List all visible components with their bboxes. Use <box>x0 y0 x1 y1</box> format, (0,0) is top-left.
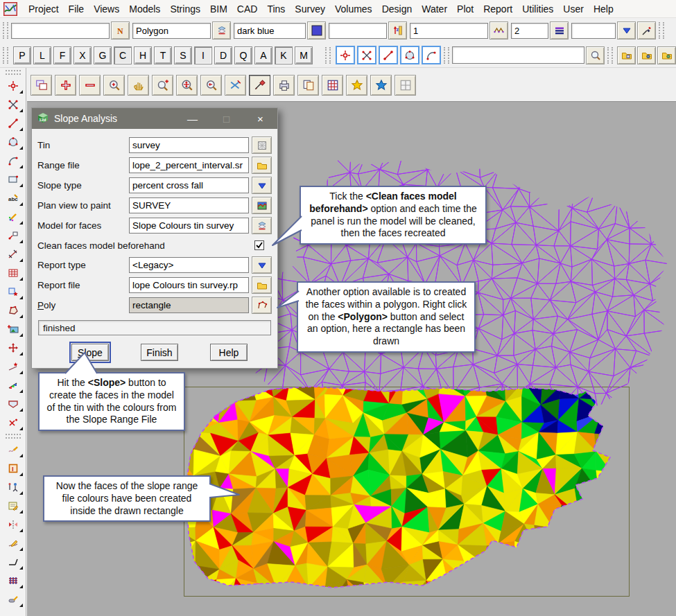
help-button[interactable]: Help <box>210 344 248 361</box>
railway-tool-button[interactable] <box>3 571 24 590</box>
erase-tool-button[interactable] <box>3 413 24 432</box>
text-tool-button[interactable]: abc <box>3 188 24 207</box>
clean-faces-checkbox[interactable] <box>254 240 264 250</box>
toolbar-grip[interactable] <box>3 22 8 39</box>
rectangle-tool-button[interactable] <box>3 170 24 188</box>
slope-type-input[interactable] <box>129 177 249 193</box>
function-key-k[interactable]: K <box>275 46 293 64</box>
table-tool-button[interactable] <box>3 263 24 282</box>
report-type-choice-button[interactable] <box>252 256 272 274</box>
menu-item-tins[interactable]: Tins <box>262 3 290 15</box>
function-key-i[interactable]: I <box>194 46 212 64</box>
sketch-tool-button[interactable] <box>3 207 24 226</box>
cross-tool-button[interactable] <box>3 95 24 114</box>
height-input[interactable] <box>329 23 387 39</box>
image-tool-button[interactable] <box>3 319 24 338</box>
folder-cube-button[interactable] <box>617 46 636 64</box>
string-type-input[interactable] <box>132 23 211 39</box>
menu-item-project[interactable]: Project <box>24 3 64 15</box>
menu-item-volumes[interactable]: Volumes <box>330 3 377 15</box>
menu-item-views[interactable]: Views <box>89 3 124 15</box>
zoom-previous-button[interactable] <box>200 75 222 96</box>
name-choice-button[interactable]: N <box>111 21 130 39</box>
function-key-a[interactable]: A <box>254 46 272 64</box>
snap-point-button[interactable] <box>336 46 355 64</box>
name-input[interactable] <box>11 23 110 39</box>
toolbar-grip[interactable] <box>659 22 664 39</box>
extra-input[interactable] <box>571 23 616 39</box>
menu-item-design[interactable]: Design <box>377 3 417 15</box>
weight-input[interactable] <box>410 23 488 39</box>
redraw-brush-button[interactable] <box>249 75 270 96</box>
polygon-tool-button[interactable] <box>3 301 24 319</box>
function-key-h[interactable]: H <box>134 46 152 64</box>
search-button[interactable] <box>586 46 605 64</box>
model-for-faces-input[interactable] <box>129 218 249 234</box>
copy-view-button[interactable] <box>297 75 319 96</box>
dialog-titlebar[interactable]: 12d Slope Analysis — □ × <box>32 108 277 129</box>
add-view-button[interactable] <box>55 75 76 96</box>
favourite-blue-button[interactable] <box>370 75 392 96</box>
function-key-x[interactable]: X <box>73 46 92 64</box>
profile-tool-button[interactable] <box>3 357 24 376</box>
style-button[interactable] <box>550 21 569 39</box>
close-button[interactable]: × <box>243 108 277 129</box>
shape-tool-button[interactable] <box>3 282 24 301</box>
menu-item-models[interactable]: Models <box>124 3 165 15</box>
menu-item-report[interactable]: Report <box>478 3 517 15</box>
snap-cross-button[interactable] <box>357 46 376 64</box>
function-key-d[interactable]: D <box>214 46 232 64</box>
menu-item-file[interactable]: File <box>64 3 89 15</box>
toolbar-grip[interactable] <box>444 47 449 64</box>
function-key-g[interactable]: G <box>94 46 112 64</box>
function-key-s[interactable]: S <box>174 46 192 64</box>
colour-input[interactable] <box>234 23 306 39</box>
menu-item-utilities[interactable]: Utilities <box>517 3 558 15</box>
report-file-choice-button[interactable] <box>252 276 272 294</box>
note-tool-button[interactable] <box>3 496 24 515</box>
report-type-input[interactable] <box>129 257 249 273</box>
pan-button[interactable] <box>128 75 149 96</box>
model-for-faces-choice-button[interactable] <box>252 217 272 234</box>
shield-tool-button[interactable] <box>3 394 24 413</box>
point-tool-button[interactable] <box>3 76 24 95</box>
finish-button[interactable]: Finish <box>141 344 178 361</box>
function-key-t[interactable]: T <box>154 46 172 64</box>
slope-type-choice-button[interactable] <box>252 177 272 194</box>
toolbar-grip[interactable] <box>3 47 8 64</box>
menu-item-cad[interactable]: CAD <box>232 3 263 15</box>
zoom-mode-button[interactable] <box>152 75 173 96</box>
snap-circle-button[interactable] <box>400 46 419 64</box>
colour-line-tool-button[interactable] <box>3 376 24 394</box>
favourite-yellow-button[interactable] <box>346 75 367 96</box>
text-box-tool-button[interactable]: I <box>3 459 24 477</box>
tin-choice-button[interactable] <box>252 137 272 154</box>
menu-item-bim[interactable]: BIM <box>205 3 232 15</box>
weight-button[interactable] <box>489 21 508 39</box>
menu-item-help[interactable]: Help <box>589 3 618 15</box>
angle-tool-button[interactable] <box>3 552 24 571</box>
roller-tool-button[interactable] <box>3 590 24 608</box>
colour-swatch-button[interactable] <box>307 21 326 39</box>
mirror-tool-button[interactable] <box>3 515 24 534</box>
line-tool-button[interactable] <box>3 114 24 132</box>
menu-item-user[interactable]: User <box>558 3 589 15</box>
snap-arc-button[interactable] <box>422 46 441 64</box>
string-type-button[interactable] <box>212 21 231 39</box>
move-tool-button[interactable] <box>3 338 24 357</box>
zoom-extents-button[interactable] <box>176 75 198 96</box>
dropdown-button[interactable] <box>617 21 636 39</box>
measure-cross-button[interactable] <box>225 75 246 96</box>
range-file-input[interactable] <box>129 157 249 173</box>
print-button[interactable] <box>273 75 295 96</box>
function-key-c[interactable]: C <box>114 46 132 64</box>
tin-input[interactable] <box>129 137 249 153</box>
survey-tool-tool-button[interactable] <box>3 477 24 496</box>
menu-item-plot[interactable]: Plot <box>452 3 478 15</box>
menu-item-survey[interactable]: Survey <box>290 3 330 15</box>
freehand-tool-button[interactable] <box>3 440 24 459</box>
views-button[interactable] <box>31 75 52 96</box>
menu-item-water[interactable]: Water <box>417 3 452 15</box>
report-file-input[interactable] <box>129 277 249 293</box>
plan-view-to-paint-choice-button[interactable] <box>252 197 272 214</box>
